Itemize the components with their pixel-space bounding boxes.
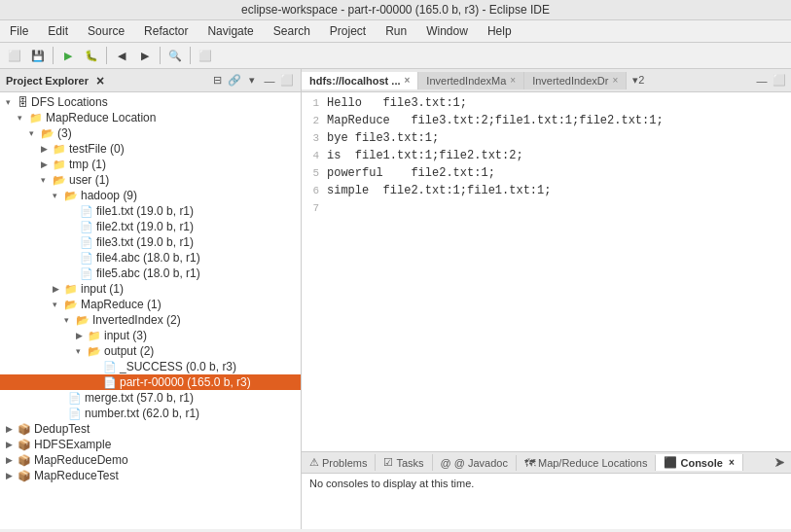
tree-testfile[interactable]: ▶ 📁 testFile (0) — [0, 141, 301, 157]
tree-invertedindex[interactable]: ▾ 📂 InvertedIndex (2) — [0, 312, 301, 328]
tree-file2txt[interactable]: ▶ 📄 file2.txt (19.0 b, r1) — [0, 219, 301, 234]
tab-console[interactable]: ⬛ Console × — [656, 454, 742, 471]
arrow-user: ▾ — [41, 175, 53, 185]
next-btn[interactable]: ▶ — [134, 45, 156, 66]
tree-partr00000[interactable]: ▶ 📄 part-r-00000 (165.0 b, r3) — [0, 374, 301, 390]
problems-icon: ⚠ — [309, 456, 319, 469]
menu-edit[interactable]: Edit — [42, 22, 74, 40]
tree-user[interactable]: ▾ 📂 user (1) — [0, 172, 301, 188]
tree-numbertxt[interactable]: ▶ 📄 number.txt (62.0 b, r1) — [0, 406, 301, 421]
tab-hdfs-localhost-close[interactable]: × — [405, 75, 411, 86]
console-close[interactable]: × — [729, 457, 735, 468]
tab-problems[interactable]: ⚠ Problems — [302, 454, 376, 471]
tree-input3[interactable]: ▶ 📁 input (3) — [0, 328, 301, 343]
title-bar: eclipse-workspace - part-r-00000 (165.0 … — [0, 0, 791, 20]
tree-tmp[interactable]: ▶ 📁 tmp (1) — [0, 157, 301, 172]
tree-output2[interactable]: ▾ 📂 output (2) — [0, 343, 301, 359]
editor-tab-buttons: — ⬜ — [754, 73, 791, 89]
menu-help[interactable]: Help — [482, 22, 518, 40]
user-label: user (1) — [69, 173, 109, 187]
search-btn[interactable]: 🔍 — [164, 45, 186, 66]
tab-javadoc[interactable]: @ @ Javadoc — [433, 455, 517, 471]
menu-refactor[interactable]: Refactor — [138, 22, 194, 40]
tab-mapreduce-locations[interactable]: 🗺 Map/Reduce Locations — [517, 455, 657, 471]
success-icon: 📄 — [103, 361, 117, 373]
tree-file4abc[interactable]: ▶ 📄 file4.abc (18.0 b, r1) — [0, 250, 301, 266]
debug-btn[interactable]: 🐛 — [81, 45, 102, 66]
line-content-5: powerful file2.txt:1; — [325, 164, 495, 182]
menu-search[interactable]: Search — [268, 22, 316, 40]
file5abc-icon: 📄 — [80, 267, 93, 280]
tree-mapreduce[interactable]: ▾ 📂 MapReduce (1) — [0, 297, 301, 312]
tab-hdfs-localhost[interactable]: hdfs://localhost ... × — [302, 72, 418, 89]
code-line-5: 5 powerful file2.txt:1; — [302, 164, 791, 182]
code-line-6: 6 simple file2.txt:1;file1.txt:1; — [302, 182, 791, 199]
menu-window[interactable]: Window — [420, 22, 474, 40]
tree-three[interactable]: ▾ 📂 (3) — [0, 125, 301, 141]
tab-invertedindexdr[interactable]: InvertedIndexDr × — [524, 72, 627, 89]
new-btn[interactable]: ⬜ — [4, 45, 25, 66]
tmp-icon: 📁 — [53, 159, 66, 171]
mapreduce-locations-icon: 🗺 — [524, 457, 535, 469]
link-with-editor-btn[interactable]: 🔗 — [227, 73, 242, 89]
save-btn[interactable]: 💾 — [27, 45, 49, 66]
editor-minimize-btn[interactable]: — — [754, 73, 770, 89]
output2-icon: 📂 — [88, 345, 101, 358]
tree-hdfsexample[interactable]: ▶ 📦 HDFSExample — [0, 437, 301, 452]
tree-mergetxt[interactable]: ▶ 📄 merge.txt (57.0 b, r1) — [0, 390, 301, 406]
tree-file1txt[interactable]: ▶ 📄 file1.txt (19.0 b, r1) — [0, 203, 301, 219]
code-line-1: 1 Hello file3.txt:1; — [302, 94, 791, 112]
menu-project[interactable]: Project — [324, 22, 372, 40]
tree-file3txt[interactable]: ▶ 📄 file3.txt (19.0 b, r1) — [0, 234, 301, 250]
dfs-locations-icon: 🗄 — [18, 96, 28, 108]
file4abc-icon: 📄 — [80, 252, 93, 265]
view-menu-btn[interactable]: ▾ — [244, 73, 260, 89]
line-num-7: 7 — [302, 199, 325, 217]
menu-source[interactable]: Source — [82, 22, 130, 40]
minimize-panel-btn[interactable]: — — [262, 73, 277, 89]
line-content-4: is file1.txt:1;file2.txt:2; — [325, 147, 523, 164]
maximize-panel-btn[interactable]: ⬜ — [279, 73, 295, 89]
tree-mapreduce-location[interactable]: ▾ 📁 MapReduce Location — [0, 110, 301, 125]
testfile-label: testFile (0) — [69, 142, 125, 156]
bottom-tabs: ⚠ Problems ☑ Tasks @ @ Javadoc 🗺 Map/Red… — [302, 452, 791, 474]
arrow-dfs-locations: ▾ — [6, 97, 18, 107]
panel-close-btn[interactable]: × — [96, 73, 104, 89]
collapse-all-btn[interactable]: ⊟ — [209, 73, 225, 89]
tree-hadoop[interactable]: ▾ 📂 hadoop (9) — [0, 188, 301, 203]
tree-deduptest[interactable]: ▶ 📦 DedupTest — [0, 421, 301, 437]
tab-invertedindexdr-close[interactable]: × — [612, 75, 618, 86]
sep2 — [106, 47, 107, 64]
editor-area[interactable]: 1 Hello file3.txt:1; 2 MapReduce file3.t… — [302, 92, 791, 451]
input3-icon: 📁 — [88, 330, 101, 342]
tree-input1[interactable]: ▶ 📁 input (1) — [0, 281, 301, 297]
success-label: _SUCCESS (0.0 b, r3) — [120, 360, 236, 373]
run-btn[interactable]: ▶ — [57, 45, 79, 66]
menu-file[interactable]: File — [4, 22, 34, 40]
console-content: No consoles to display at this time. — [302, 474, 791, 529]
tree-file5abc[interactable]: ▶ 📄 file5.abc (18.0 b, r1) — [0, 266, 301, 281]
editor-maximize-btn[interactable]: ⬜ — [772, 73, 787, 89]
tab-invertedindexma-close[interactable]: × — [510, 75, 516, 86]
tab-tasks[interactable]: ☑ Tasks — [376, 454, 432, 471]
code-line-4: 4 is file1.txt:1;file2.txt:2; — [302, 147, 791, 164]
tree-success[interactable]: ▶ 📄 _SUCCESS (0.0 b, r3) — [0, 359, 301, 374]
tree-dfs-locations[interactable]: ▾ 🗄 DFS Locations — [0, 94, 301, 110]
file1txt-label: file1.txt (19.0 b, r1) — [96, 204, 194, 218]
file4abc-label: file4.abc (18.0 b, r1) — [96, 251, 200, 265]
prev-btn[interactable]: ◀ — [111, 45, 132, 66]
tab-overflow-btn[interactable]: ▾2 — [627, 71, 650, 89]
arrow-input1: ▶ — [53, 284, 64, 294]
menu-run[interactable]: Run — [379, 22, 413, 40]
bottom-open-console-btn[interactable]: ⮞ — [772, 455, 787, 471]
tree-mapreducetest[interactable]: ▶ 📦 MapReduceTest — [0, 468, 301, 483]
tab-invertedindexma[interactable]: InvertedIndexMa × — [418, 72, 524, 89]
maximize-btn[interactable]: ⬜ — [195, 45, 216, 66]
line-num-6: 6 — [302, 182, 325, 199]
deduptest-label: DedupTest — [34, 422, 90, 436]
hdfsexample-icon: 📦 — [18, 439, 31, 451]
menu-navigate[interactable]: Navigate — [201, 22, 259, 40]
output2-label: output (2) — [104, 344, 154, 358]
tree-mapreducedemo[interactable]: ▶ 📦 MapReduceDemo — [0, 452, 301, 468]
arrow-mapreduce: ▾ — [53, 300, 64, 309]
